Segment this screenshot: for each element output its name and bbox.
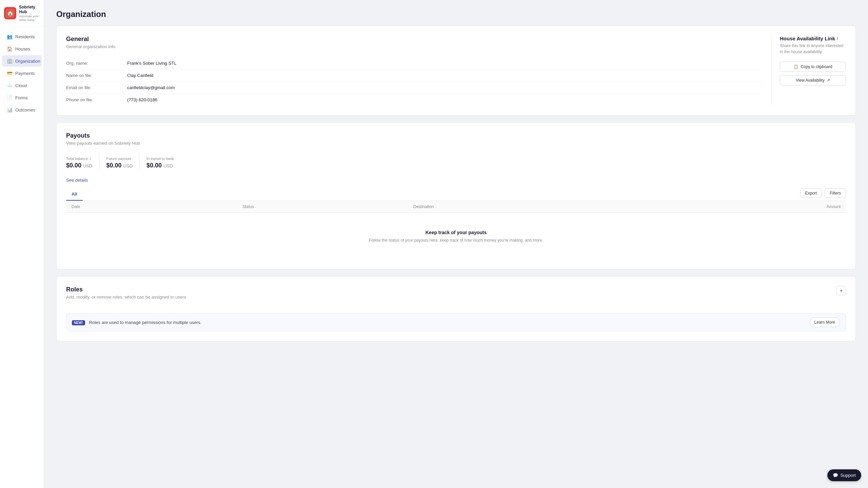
sidebar-item-residents[interactable]: 👥 Residents: [2, 31, 42, 42]
logo-icon: 🏠: [4, 7, 16, 19]
info-icon: ℹ: [836, 36, 838, 41]
sidebar-nav: 👥 Residents 🏠 Houses 🏢 Organization 💳 Pa…: [0, 27, 44, 120]
stat-in-transit: In transit to bank $0.00 USD: [146, 154, 181, 172]
filters-button[interactable]: Filters: [825, 188, 846, 198]
field-label-org-name: Org. name:: [66, 61, 127, 66]
support-icon: 💬: [833, 473, 838, 478]
sidebar-item-label: Cloud: [15, 83, 27, 88]
plus-icon: +: [840, 288, 843, 294]
logo: 🏠 Sobriety Hub Automate your sober livin…: [0, 0, 44, 27]
cloud-icon: ☁️: [7, 83, 13, 88]
table-header: Date Status Destination Amount: [66, 201, 846, 213]
field-value-name: Clay Canfield: [127, 73, 153, 78]
payouts-title: Payouts: [66, 132, 846, 139]
sidebar-item-label: Payments: [15, 71, 35, 76]
forms-icon: 📄: [7, 95, 13, 100]
sidebar-item-cloud[interactable]: ☁️ Cloud: [2, 80, 42, 91]
field-label-email: Email on file:: [66, 85, 127, 90]
payouts-tabs-row: All Export Filters: [66, 188, 846, 201]
roles-info-left: NEW! Roles are used to manage permission…: [72, 320, 201, 325]
logo-text: Sobriety Hub Automate your sober living: [19, 5, 40, 22]
col-header-amount: Amount: [755, 204, 841, 209]
new-badge: NEW!: [72, 320, 85, 325]
copy-clipboard-button[interactable]: 📋 Copy to clipboard: [780, 62, 846, 72]
field-email: Email on file: canfieldclay@gmail.com: [66, 82, 763, 94]
roles-header: Roles Add, modify, or remove roles, whic…: [66, 286, 846, 308]
copy-icon: 📋: [793, 64, 798, 69]
see-details-link[interactable]: See details: [66, 178, 88, 183]
app-subtitle: Automate your sober living: [19, 15, 40, 22]
payouts-stats: Total balance ℹ $0.00 USD Future payouts…: [66, 154, 846, 172]
field-label-name: Name on file:: [66, 73, 127, 78]
general-layout: General General organization info Org. n…: [66, 36, 846, 106]
sidebar-item-houses[interactable]: 🏠 Houses: [2, 43, 42, 55]
availability-desc: Share this link to anyone interested in …: [780, 43, 846, 55]
col-header-status: Status: [242, 204, 413, 209]
roles-subtitle: Add, modify, or remove roles, which can …: [66, 294, 186, 300]
field-value-email: canfieldclay@gmail.com: [127, 85, 175, 90]
sidebar-item-label: Organization: [15, 59, 40, 64]
field-label-phone: Phone on file:: [66, 97, 127, 102]
info-icon-balance: ℹ: [90, 157, 91, 161]
sidebar: 🏠 Sobriety Hub Automate your sober livin…: [0, 0, 44, 488]
view-availability-button[interactable]: View Availability ↗: [780, 75, 846, 85]
external-link-icon: ↗: [827, 78, 830, 83]
col-header-date: Date: [72, 204, 242, 209]
general-title: General: [66, 36, 763, 43]
general-subtitle: General organization info: [66, 44, 763, 49]
payouts-subtitle: View payouts earned on Sobriety Hub: [66, 141, 846, 146]
houses-icon: 🏠: [7, 46, 13, 52]
sidebar-item-forms[interactable]: 📄 Forms: [2, 92, 42, 103]
field-value-phone: (773) 620-0186: [127, 97, 157, 102]
roles-title: Roles: [66, 286, 186, 293]
outcomes-icon: 📊: [7, 107, 13, 113]
roles-info-text: Roles are used to manage permissions for…: [89, 320, 202, 325]
add-role-button[interactable]: +: [836, 286, 846, 296]
roles-card: Roles Add, modify, or remove roles, whic…: [56, 276, 856, 341]
availability-section: House Availability Link ℹ Share this lin…: [771, 36, 846, 106]
field-value-org-name: Frank's Sober Living STL: [127, 61, 177, 66]
payouts-empty-state: Keep track of your payouts Follow the st…: [66, 213, 846, 260]
sidebar-item-outcomes[interactable]: 📊 Outcomes: [2, 104, 42, 116]
app-title: Sobriety Hub: [19, 5, 40, 15]
general-card: General General organization info Org. n…: [56, 26, 856, 116]
roles-info-bar: NEW! Roles are used to manage permission…: [66, 313, 846, 331]
availability-title: House Availability Link ℹ: [780, 36, 846, 41]
main-content: Organization General General organizatio…: [44, 0, 868, 488]
payouts-card: Payouts View payouts earned on Sobriety …: [56, 122, 856, 269]
sidebar-item-organization[interactable]: 🏢 Organization: [2, 55, 42, 67]
sidebar-item-label: Residents: [15, 34, 35, 39]
support-button[interactable]: 💬 Support: [827, 469, 861, 481]
stat-future-payouts: Future payouts $0.00 USD: [106, 154, 140, 172]
sidebar-item-label: Outcomes: [15, 107, 35, 113]
col-header-destination: Destination: [413, 204, 755, 209]
learn-more-button[interactable]: Learn More: [809, 318, 840, 327]
organization-icon: 🏢: [7, 58, 13, 64]
empty-title: Keep track of your payouts: [73, 230, 839, 235]
residents-icon: 👥: [7, 34, 13, 39]
svg-text:🏠: 🏠: [6, 9, 14, 17]
general-info: General General organization info Org. n…: [66, 36, 763, 106]
payments-icon: 💳: [7, 70, 13, 76]
sidebar-item-payments[interactable]: 💳 Payments: [2, 67, 42, 79]
export-button[interactable]: Export: [800, 188, 822, 198]
field-name-on-file: Name on file: Clay Canfield: [66, 69, 763, 82]
field-phone: Phone on file: (773) 620-0186: [66, 94, 763, 106]
tab-actions: Export Filters: [800, 188, 846, 201]
roles-title-group: Roles Add, modify, or remove roles, whic…: [66, 286, 186, 308]
page-title: Organization: [56, 9, 856, 19]
payouts-tabs: All: [66, 188, 83, 201]
stat-total-balance: Total balance ℹ $0.00 USD: [66, 154, 100, 172]
sidebar-item-label: Forms: [15, 95, 28, 100]
empty-desc: Follow the status of your payouts here, …: [73, 238, 839, 243]
tab-all[interactable]: All: [66, 188, 83, 201]
field-org-name: Org. name: Frank's Sober Living STL: [66, 57, 763, 69]
sidebar-item-label: Houses: [15, 46, 30, 52]
